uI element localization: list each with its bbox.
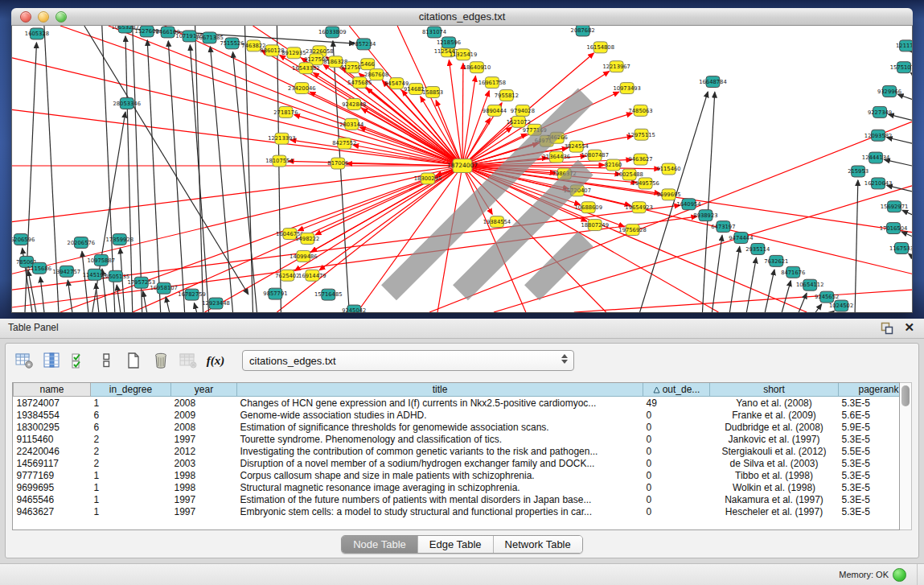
table-row[interactable]: 946362711997Embryonic stem cells: a mode… [14,505,901,517]
table-row[interactable]: 1830029562008Estimation of significance … [14,421,901,433]
cell-name[interactable]: 9115460 [14,433,91,445]
cell-name[interactable]: 9777169 [14,469,91,481]
cell-out_de[interactable]: 0 [643,409,710,421]
cell-pagerank[interactable]: 5.5E-5 [839,445,901,457]
table-scrollbar[interactable] [900,382,912,530]
cell-title[interactable]: Estimation of significance thresholds fo… [237,421,643,433]
new-table-icon[interactable] [121,348,146,373]
table-row[interactable]: 969969511998Structural magnetic resonanc… [14,481,901,493]
cell-in_degree[interactable]: 1 [91,493,171,505]
cell-title[interactable]: Tourette syndrome. Phenomenology and cla… [237,433,643,445]
cell-year[interactable]: 2008 [171,421,237,433]
cell-year[interactable]: 2009 [171,409,237,421]
tab-node-table[interactable]: Node Table [342,536,418,553]
cell-year[interactable]: 1998 [171,469,237,481]
cell-year[interactable]: 1998 [171,481,237,493]
scrollbar-thumb[interactable] [901,385,910,406]
window-resize-grip[interactable] [10,24,910,311]
cell-short[interactable]: Hescheler et al. (1997) [710,505,839,517]
cell-name[interactable]: 9699695 [14,481,91,493]
table-selector-dropdown[interactable]: citations_edges.txt [242,350,574,371]
cell-name[interactable]: 19384554 [14,409,91,421]
cell-year[interactable]: 1997 [171,505,237,517]
cell-year[interactable]: 2012 [171,445,237,457]
cell-pagerank[interactable]: 5.3E-5 [839,469,901,481]
cell-short[interactable]: Jankovic et al. (1997) [710,433,839,445]
function-builder-icon[interactable]: f(x) [203,348,228,373]
select-columns-icon[interactable] [67,348,91,373]
cell-year[interactable]: 2003 [171,457,237,469]
cell-title[interactable]: Genome-wide association studies in ADHD. [237,409,643,421]
cell-out_de[interactable]: 0 [643,457,710,469]
cell-short[interactable]: Franke et al. (2009) [710,409,839,421]
show-column-icon[interactable] [39,348,64,373]
cell-in_degree[interactable]: 2 [91,457,171,469]
cell-short[interactable]: Tibbo et al. (1998) [710,469,839,481]
column-header-out_de[interactable]: out_de... [643,383,710,397]
cell-title[interactable]: Disruption of a novel member of a sodium… [237,457,643,469]
cell-in_degree[interactable]: 2 [91,445,171,457]
network-canvas[interactable]: 1872400774638228860128891293523226058912… [11,26,913,313]
table-row[interactable]: 1456911722003Disruption of a novel membe… [14,457,901,469]
cell-title[interactable]: Corpus callosum shape and size in male p… [237,469,643,481]
float-panel-icon[interactable] [881,322,893,335]
cell-year[interactable]: 2008 [171,397,237,410]
tab-edge-table[interactable]: Edge Table [418,536,494,553]
delete-table-icon[interactable] [149,348,173,373]
cell-title[interactable]: Structural magnetic resonance image aver… [237,481,643,493]
cell-year[interactable]: 1997 [171,493,237,505]
cell-in_degree[interactable]: 2 [91,433,171,445]
cell-title[interactable]: Estimation of the future numbers of pati… [237,493,643,505]
cell-out_de[interactable]: 0 [643,421,710,433]
network-view-window[interactable]: citations_edges.txt 18724007746382288601… [11,8,913,313]
table-row[interactable]: 911546021997Tourette syndrome. Phenomeno… [14,433,901,445]
cell-title[interactable]: Investigating the contribution of common… [237,445,643,457]
cell-title[interactable]: Embryonic stem cells: a model to study s… [237,505,643,517]
table-row[interactable]: 977716911998Corpus callosum shape and si… [14,469,901,481]
cell-in_degree[interactable]: 6 [91,421,171,433]
column-header-in_degree[interactable]: in_degree [91,383,171,397]
cell-out_de[interactable]: 0 [643,469,710,481]
cell-pagerank[interactable]: 5.3E-5 [839,457,901,469]
cell-short[interactable]: Dudbridge et al. (2008) [710,421,839,433]
cell-pagerank[interactable]: 5.3E-5 [839,433,901,445]
cell-out_de[interactable]: 49 [643,397,710,410]
table-row[interactable]: 1872400712008Changes of HCN gene express… [14,397,901,410]
window-titlebar[interactable]: citations_edges.txt [11,8,913,26]
column-header-title[interactable]: title [237,383,643,397]
cell-short[interactable]: Stergiakouli et al. (2012) [710,445,839,457]
cell-out_de[interactable]: 0 [643,481,710,493]
cell-pagerank[interactable]: 5.3E-5 [839,397,901,410]
cell-name[interactable]: 22420046 [14,445,91,457]
cell-in_degree[interactable]: 1 [91,469,171,481]
cell-short[interactable]: Yano et al. (2008) [710,397,839,410]
column-header-year[interactable]: year [171,383,237,397]
cell-out_de[interactable]: 0 [643,493,710,505]
cell-in_degree[interactable]: 1 [91,397,171,410]
cell-year[interactable]: 1997 [171,433,237,445]
cell-pagerank[interactable]: 5.3E-5 [839,493,901,505]
cell-name[interactable]: 14569117 [14,457,91,469]
table-row[interactable]: 1938455462009Genome-wide association stu… [14,409,901,421]
table-row[interactable]: 2242004622012Investigating the contribut… [14,445,901,457]
column-header-short[interactable]: short [710,383,839,397]
column-header-name[interactable]: name [14,383,91,397]
column-header-pagerank[interactable]: pagerank [839,383,901,397]
cell-pagerank[interactable]: 5.6E-5 [839,409,901,421]
cell-in_degree[interactable]: 1 [91,481,171,493]
tab-network-table[interactable]: Network Table [494,536,582,553]
cell-short[interactable]: Nakamura et al. (1997) [710,493,839,505]
cell-name[interactable]: 18724007 [14,397,91,410]
cell-out_de[interactable]: 0 [643,445,710,457]
cell-name[interactable]: 9463627 [14,505,91,517]
cell-name[interactable]: 18300295 [14,421,91,433]
cell-short[interactable]: de Silva et al. (2003) [710,457,839,469]
cell-title[interactable]: Changes of HCN gene expression and I(f) … [237,397,643,410]
table-row[interactable]: 946554611997Estimation of the future num… [14,493,901,505]
close-panel-icon[interactable]: ✕ [904,320,914,335]
cell-name[interactable]: 9465546 [14,493,91,505]
row-height-icon[interactable] [94,348,118,373]
cell-out_de[interactable]: 0 [643,433,710,445]
cell-pagerank[interactable]: 5.3E-5 [839,481,901,493]
cell-pagerank[interactable]: 5.9E-5 [839,421,901,433]
